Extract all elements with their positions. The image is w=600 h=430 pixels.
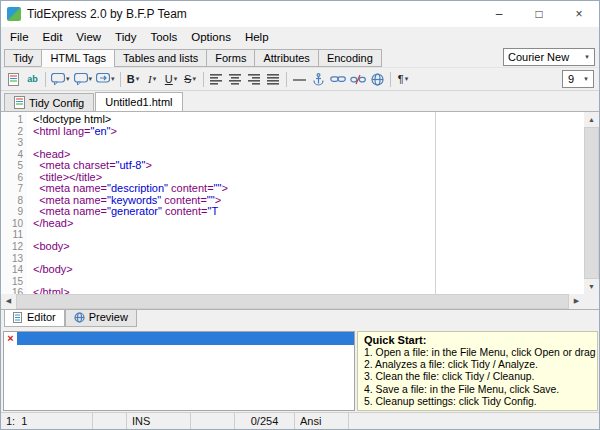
chevron-down-icon[interactable]: ▾ <box>153 75 157 83</box>
message-list[interactable]: × <box>3 331 355 411</box>
code-line[interactable] <box>33 253 584 265</box>
code-line[interactable] <box>33 137 584 149</box>
underline-button-label: U <box>165 73 173 85</box>
horizontal-rule-button[interactable] <box>290 69 309 89</box>
font-size-combo[interactable]: 9▾ <box>562 70 594 88</box>
scroll-right-icon[interactable]: ▶ <box>569 294 584 309</box>
chevron-down-icon[interactable]: ▾ <box>579 75 593 83</box>
code-area[interactable]: <!doctype html><html lang="en"><head> <m… <box>27 112 584 294</box>
doc-tab-tidy-config[interactable]: Tidy Config <box>4 93 94 111</box>
chevron-down-icon[interactable]: ▾ <box>192 75 196 83</box>
chevron-down-icon[interactable]: ▾ <box>66 75 70 83</box>
right-margin-guide <box>435 112 436 294</box>
charset-letters-icon[interactable]: ab <box>23 69 42 89</box>
callout-button[interactable]: ▾ <box>72 69 95 89</box>
align-right-button[interactable] <box>245 69 264 89</box>
minimize-button[interactable]: – <box>479 1 519 27</box>
menu-help[interactable]: Help <box>238 29 276 45</box>
message-row[interactable]: × <box>4 332 354 346</box>
menu-bar: FileEditViewTidyToolsOptionsHelp <box>1 27 599 46</box>
reply-button[interactable]: ▾ <box>94 69 117 89</box>
link-button[interactable] <box>328 69 348 89</box>
code-line[interactable]: </html> <box>33 287 584 294</box>
align-left-button[interactable] <box>207 69 226 89</box>
font-size-value: 9 <box>563 73 579 85</box>
chevron-down-icon[interactable]: ▾ <box>580 53 594 61</box>
align-center-icon <box>229 74 241 85</box>
italic-button[interactable]: I▾ <box>143 69 162 89</box>
code-line[interactable]: <html lang="en"> <box>33 126 584 138</box>
status-blank-2 <box>191 413 235 429</box>
tab-html-tags[interactable]: HTML Tags <box>41 49 115 67</box>
chevron-down-icon[interactable]: ▾ <box>111 75 115 83</box>
menu-tidy[interactable]: Tidy <box>108 29 143 45</box>
align-center-button[interactable] <box>226 69 245 89</box>
tab-preview[interactable]: Preview <box>65 310 137 327</box>
callout-icon <box>74 73 88 86</box>
vertical-scrollbar[interactable]: ▲ ▼ <box>584 112 599 294</box>
code-line[interactable]: <body> <box>33 241 584 253</box>
anchor-icon <box>313 73 324 86</box>
code-editor[interactable]: 12345678910111213141516 <!doctype html><… <box>1 111 599 309</box>
underline-button[interactable]: U▾ <box>162 69 181 89</box>
chevron-down-icon[interactable]: ▾ <box>405 75 409 83</box>
close-button[interactable]: × <box>559 1 599 27</box>
quick-start-steps: 1. Open a file: in the File Menu, click … <box>364 347 591 408</box>
menu-options[interactable]: Options <box>184 29 238 45</box>
menu-edit[interactable]: Edit <box>36 29 70 45</box>
comment-button[interactable]: ▾ <box>49 69 72 89</box>
chevron-down-icon[interactable]: ▾ <box>174 75 178 83</box>
app-window: TidExpress 2.0 by B.F.P Team – □ × FileE… <box>0 0 600 430</box>
tab-forms[interactable]: Forms <box>206 49 255 67</box>
scroll-down-icon[interactable]: ▼ <box>584 279 599 294</box>
italic-button-label: I <box>148 73 152 85</box>
category-tabs: TidyHTML TagsTables and listsFormsAttrib… <box>4 49 381 67</box>
code-line[interactable] <box>33 229 584 241</box>
code-line[interactable]: <meta name="generator" content="T <box>33 206 584 218</box>
code-line[interactable]: <meta charset="utf-8"> <box>33 160 584 172</box>
status-caret-position: 1: 1 <box>1 413 93 429</box>
toolbar-separator <box>203 72 204 87</box>
chevron-down-icon[interactable]: ▾ <box>136 75 140 83</box>
bottom-panel: × Quick Start: 1. Open a file: in the Fi… <box>1 330 599 412</box>
code-line[interactable]: </body> <box>33 264 584 276</box>
bold-button[interactable]: B▾ <box>124 69 143 89</box>
pilcrow-button[interactable]: ¶▾ <box>394 69 413 89</box>
menu-tools[interactable]: Tools <box>143 29 184 45</box>
tab-tables-and-lists[interactable]: Tables and lists <box>114 49 207 67</box>
toolbar-separator <box>390 72 391 87</box>
tab-tidy[interactable]: Tidy <box>4 49 42 67</box>
globe-icon <box>371 73 384 86</box>
horizontal-scrollbar[interactable]: ◀ ▶ <box>1 294 599 309</box>
toolbar-separator <box>286 72 287 87</box>
doc-tab-untitled1-html[interactable]: Untitled1.html <box>95 92 182 111</box>
tab-attributes[interactable]: Attributes <box>254 49 318 67</box>
code-line[interactable] <box>33 276 584 288</box>
menu-file[interactable]: File <box>3 29 36 45</box>
clean-document-icon-icon <box>8 73 19 86</box>
scroll-up-icon[interactable]: ▲ <box>584 112 599 127</box>
clean-document-icon[interactable] <box>4 69 23 89</box>
window-controls: – □ × <box>479 1 599 27</box>
toolbar-separator <box>45 72 46 87</box>
code-line[interactable]: </head> <box>33 218 584 230</box>
scroll-left-icon[interactable]: ◀ <box>1 294 16 309</box>
tab-encoding[interactable]: Encoding <box>318 49 382 67</box>
strikethrough-button[interactable]: S▾ <box>181 69 200 89</box>
line-number: 9 <box>1 206 23 218</box>
chevron-down-icon[interactable]: ▾ <box>89 75 93 83</box>
view-tab-label: Editor <box>27 311 56 323</box>
unlink-button[interactable] <box>348 69 368 89</box>
status-encoding: Ansi <box>295 413 349 429</box>
font-family-combo[interactable]: Courier New ▾ <box>503 48 595 66</box>
anchor-button[interactable] <box>309 69 328 89</box>
menu-view[interactable]: View <box>69 29 108 45</box>
align-justify-button[interactable] <box>264 69 283 89</box>
horizontal-scroll-thumb[interactable] <box>16 294 569 309</box>
maximize-button[interactable]: □ <box>519 1 559 27</box>
align-justify-icon <box>267 74 279 85</box>
vertical-scroll-thumb[interactable] <box>584 127 599 279</box>
tab-editor[interactable]: Editor <box>4 310 65 327</box>
globe-button[interactable] <box>368 69 387 89</box>
quick-start-panel: Quick Start: 1. Open a file: in the File… <box>357 331 598 411</box>
